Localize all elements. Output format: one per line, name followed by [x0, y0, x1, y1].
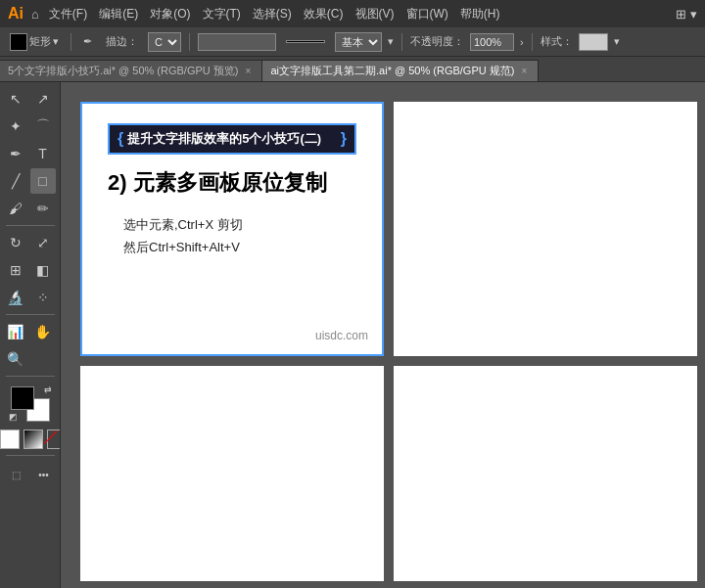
shape-selector[interactable]: 矩形 ▾	[6, 31, 63, 53]
shape-label: 矩形	[29, 34, 51, 49]
banner-bracket-right: }	[341, 131, 347, 147]
home-icon: ⌂	[31, 7, 39, 22]
lasso-tool[interactable]: ⌒	[30, 113, 56, 139]
view-mode-row: ⬚ •••	[4, 462, 57, 487]
menu-select[interactable]: 选择(S)	[253, 6, 292, 23]
toolbar-divider-1	[70, 33, 71, 51]
toolbar-divider-3	[401, 33, 402, 51]
menu-bar: 文件(F) 编辑(E) 对象(O) 文字(T) 选择(S) 效果(C) 视图(V…	[49, 6, 500, 23]
style-arrow: ▾	[614, 35, 620, 48]
menu-file[interactable]: 文件(F)	[49, 6, 87, 23]
artboard-bottom-right	[394, 366, 697, 581]
tool-separator-2	[6, 314, 55, 315]
tool-separator-3	[6, 376, 55, 377]
tool-row-9: 📊 ✋	[3, 319, 58, 344]
eyedropper-tool[interactable]: 🔬	[3, 285, 28, 310]
direct-select-tool[interactable]: ↗	[30, 86, 56, 112]
opacity-input[interactable]	[470, 33, 514, 51]
tool-separator-4	[6, 455, 55, 456]
banner-right: }	[341, 131, 347, 147]
type-tool[interactable]: T	[30, 141, 56, 166]
tool-row-4: ╱ □	[3, 168, 58, 194]
line-tool[interactable]: ╱	[3, 168, 28, 194]
tool-row-10: 🔍	[3, 346, 58, 372]
fill-stroke-row	[0, 430, 61, 449]
tool-separator-1	[6, 225, 55, 226]
app-logo: Ai	[8, 5, 24, 23]
tab-label-1: 5个文字排版小技巧.ai* @ 50% (RGB/GPU 预览)	[8, 64, 238, 78]
stroke-label: 描边：	[102, 32, 142, 51]
menu-type[interactable]: 文字(T)	[203, 6, 241, 23]
magic-wand-tool[interactable]: ✦	[3, 113, 28, 139]
default-colors-icon[interactable]: ◩	[9, 412, 18, 422]
pencil-tool[interactable]: ✏	[30, 196, 56, 221]
none-fill-icon[interactable]	[47, 430, 61, 449]
artboard-watermark: uisdc.com	[315, 329, 368, 342]
blend-tool[interactable]: ⁘	[30, 285, 56, 310]
tool-row-6: ↻ ⤢	[3, 230, 58, 255]
artboard-top-right	[394, 102, 697, 356]
zoom-tool[interactable]: 🔍	[3, 346, 28, 372]
gradient-fill-icon[interactable]	[24, 430, 43, 449]
stroke-style-input[interactable]	[198, 33, 276, 51]
artboard-main-title: 2) 元素多画板原位复制	[108, 168, 356, 198]
menu-effect[interactable]: 效果(C)	[304, 6, 344, 23]
banner-title: 提升文字排版效率的5个小技巧(二)	[127, 130, 321, 148]
line-style-selector[interactable]: 基本	[335, 32, 382, 52]
menu-edit[interactable]: 编辑(E)	[99, 6, 138, 23]
color-swatch-area: ⇄ ◩	[9, 384, 52, 422]
menu-help[interactable]: 帮助(H)	[460, 6, 500, 23]
tabs-bar: 5个文字排版小技巧.ai* @ 50% (RGB/GPU 预览) × ai文字排…	[0, 57, 705, 82]
opacity-label: 不透明度：	[410, 34, 464, 49]
banner-bracket-left: {	[118, 131, 123, 147]
tool-row-5: 🖌 ✏	[3, 196, 58, 221]
menu-view[interactable]: 视图(V)	[355, 6, 395, 23]
puppet-warp-tool[interactable]: ⊞	[3, 257, 28, 283]
dropdown-arrow: ▾	[53, 35, 59, 48]
tab-close-1[interactable]: ×	[242, 66, 254, 77]
title-bar: Ai ⌂ 文件(F) 编辑(E) 对象(O) 文字(T) 选择(S) 效果(C)…	[0, 0, 705, 27]
artboard-body: 选中元素,Ctrl+X 剪切 然后Ctrl+Shift+Alt+V	[123, 213, 356, 259]
opacity-arrow[interactable]: ›	[520, 36, 524, 48]
style-label: 样式：	[540, 34, 573, 49]
toolbar-divider-4	[532, 33, 533, 51]
paintbrush-tool[interactable]: 🖌	[3, 196, 28, 221]
tab-file-1[interactable]: 5个文字排版小技巧.ai* @ 50% (RGB/GPU 预览) ×	[0, 60, 262, 81]
gradient-tool[interactable]: ◧	[30, 257, 56, 283]
color-swatch	[10, 33, 27, 51]
tab-close-2[interactable]: ×	[518, 66, 530, 77]
extra-tools-btn[interactable]: •••	[31, 462, 57, 487]
artboard-view-tool[interactable]: ⬚	[4, 462, 29, 487]
artboard-container: { 提升文字排版效率的5个小技巧(二) } 2) 元素多画板原位复制 选中元素,…	[80, 102, 697, 581]
pen-tool[interactable]: ✒	[3, 141, 28, 166]
menu-object[interactable]: 对象(O)	[150, 6, 190, 23]
menu-window[interactable]: 窗口(W)	[406, 6, 448, 23]
tool-row-3: ✒ T	[3, 141, 58, 166]
tool-row-2: ✦ ⌒	[3, 113, 58, 139]
hand-tool[interactable]: ✋	[30, 319, 56, 344]
body-line-2: 然后Ctrl+Shift+Alt+V	[123, 236, 356, 258]
tab-file-2[interactable]: ai文字排版工具第二期.ai* @ 50% (RGB/GPU 规范) ×	[262, 60, 539, 81]
style-swatch	[579, 33, 608, 51]
dropdown-arrow-line: ▾	[388, 35, 394, 48]
rotate-tool[interactable]: ↻	[3, 230, 28, 255]
canvas-area[interactable]: { 提升文字排版效率的5个小技巧(二) } 2) 元素多画板原位复制 选中元素,…	[61, 82, 705, 588]
toolbar-divider-2	[189, 33, 190, 51]
scale-tool[interactable]: ⤢	[30, 230, 56, 255]
stroke-selector[interactable]: C	[148, 32, 181, 52]
grid-icon: ⊞ ▾	[676, 7, 697, 22]
left-toolbar: ↖ ↗ ✦ ⌒ ✒ T ╱ □ 🖌 ✏ ↻ ⤢ ⊞ ◧ 🔬 ⁘	[0, 82, 61, 588]
rect-tool[interactable]: □	[30, 168, 56, 194]
banner-left: { 提升文字排版效率的5个小技巧(二)	[118, 130, 321, 148]
select-tool[interactable]: ↖	[3, 86, 28, 112]
swap-colors-icon[interactable]: ⇄	[44, 384, 52, 394]
artboard-bottom-left	[80, 366, 384, 581]
fill-icon[interactable]	[0, 430, 20, 449]
chart-tool[interactable]: 📊	[3, 319, 28, 344]
stroke-line-display	[282, 38, 329, 45]
tool-row-1: ↖ ↗	[3, 86, 58, 112]
toolbar: 矩形 ▾ ✒ 描边： C 基本 ▾ 不透明度： › 样式： ▾	[0, 27, 705, 57]
main-area: ↖ ↗ ✦ ⌒ ✒ T ╱ □ 🖌 ✏ ↻ ⤢ ⊞ ◧ 🔬 ⁘	[0, 82, 705, 588]
tool-row-7: ⊞ ◧	[3, 257, 58, 283]
foreground-color-swatch[interactable]	[11, 386, 34, 410]
